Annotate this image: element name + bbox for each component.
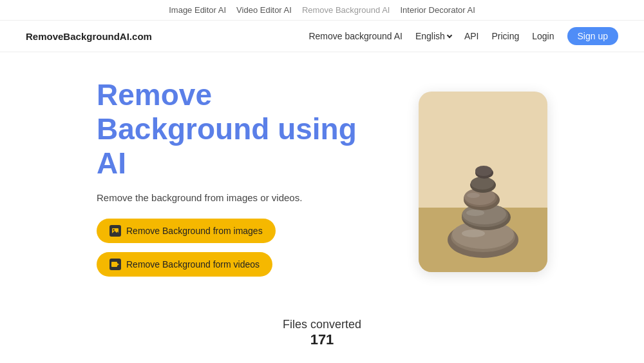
hero-title: Remove Background using AI xyxy=(97,78,367,181)
navbar: RemoveBackgroundAI.com Remove background… xyxy=(0,21,644,52)
svg-point-23 xyxy=(466,210,484,216)
image-icon xyxy=(109,225,121,237)
svg-point-24 xyxy=(467,193,480,198)
svg-point-22 xyxy=(462,230,485,237)
stats-section: Files converted 171 xyxy=(0,305,644,363)
topbar-link-remove-bg[interactable]: Remove Background AI xyxy=(302,5,390,15)
topbar-link-video-editor[interactable]: Video Editor AI xyxy=(236,5,292,15)
stats-label: Files converted xyxy=(0,318,644,331)
svg-point-19 xyxy=(471,177,494,190)
hero-text: Remove Background using AI Remove the ba… xyxy=(97,78,367,286)
nav-link-remove-bg[interactable]: Remove background AI xyxy=(308,31,402,41)
remove-bg-images-button[interactable]: Remove Background from images xyxy=(97,219,276,243)
topbar-link-interior[interactable]: Interior Decorator AI xyxy=(400,5,475,15)
nav-login-button[interactable]: Login xyxy=(532,31,554,41)
hero-subtitle: Remove the background from images or vid… xyxy=(97,192,367,203)
remove-bg-images-label: Remove Background from images xyxy=(126,226,263,236)
nav-link-api[interactable]: API xyxy=(464,31,479,41)
nav-links: Remove background AI English API Pricing… xyxy=(308,27,618,45)
stats-number: 171 xyxy=(0,331,644,348)
video-icon xyxy=(109,259,121,270)
hero-section: Remove Background using AI Remove the ba… xyxy=(0,52,644,305)
svg-point-2 xyxy=(113,229,114,230)
nav-signup-button[interactable]: Sign up xyxy=(567,27,618,45)
svg-point-21 xyxy=(475,166,492,176)
svg-rect-5 xyxy=(111,262,117,267)
nav-link-pricing[interactable]: Pricing xyxy=(491,31,519,41)
hero-image xyxy=(419,92,547,272)
chevron-down-icon xyxy=(447,33,452,38)
remove-bg-videos-label: Remove Background form videos xyxy=(126,259,260,270)
nav-logo: RemoveBackgroundAI.com xyxy=(26,31,152,42)
topbar-link-image-editor[interactable]: Image Editor AI xyxy=(169,5,226,15)
top-bar: Image Editor AI Video Editor AI Remove B… xyxy=(0,0,644,21)
remove-bg-videos-button[interactable]: Remove Background form videos xyxy=(97,252,272,277)
nav-language-selector[interactable]: English xyxy=(415,31,451,41)
